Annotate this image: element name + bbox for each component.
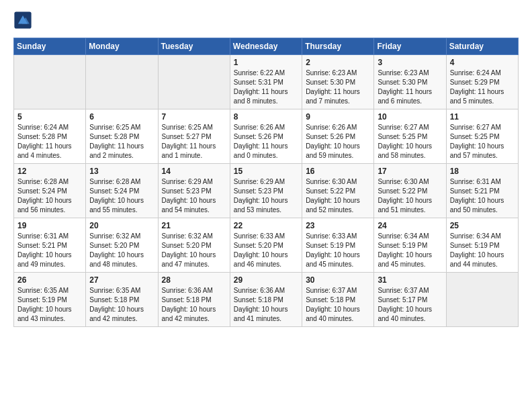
day-info: Sunrise: 6:25 AMSunset: 5:28 PMDaylight:… <box>89 123 154 161</box>
day-info: Sunrise: 6:33 AMSunset: 5:20 PMDaylight:… <box>234 232 298 269</box>
calendar-cell: 10Sunrise: 6:27 AMSunset: 5:25 PMDayligh… <box>374 109 446 164</box>
calendar-week-5: 26Sunrise: 6:35 AMSunset: 5:19 PMDayligh… <box>14 273 519 327</box>
weekday-header-sunday: Sunday <box>14 38 86 55</box>
page-header <box>13 11 519 30</box>
weekday-header-thursday: Thursday <box>302 38 374 55</box>
day-number: 23 <box>306 221 370 230</box>
calendar-cell: 2Sunrise: 6:23 AMSunset: 5:30 PMDaylight… <box>302 55 374 109</box>
calendar-cell: 19Sunrise: 6:31 AMSunset: 5:21 PMDayligh… <box>14 218 86 273</box>
calendar-cell: 1Sunrise: 6:22 AMSunset: 5:31 PMDaylight… <box>230 55 302 109</box>
day-info: Sunrise: 6:32 AMSunset: 5:20 PMDaylight:… <box>89 232 154 269</box>
day-info: Sunrise: 6:33 AMSunset: 5:19 PMDaylight:… <box>306 232 370 269</box>
day-number: 28 <box>162 275 226 285</box>
day-info: Sunrise: 6:31 AMSunset: 5:21 PMDaylight:… <box>17 232 82 269</box>
calendar-cell: 21Sunrise: 6:32 AMSunset: 5:20 PMDayligh… <box>158 218 230 273</box>
day-number: 12 <box>17 167 82 176</box>
day-info: Sunrise: 6:29 AMSunset: 5:23 PMDaylight:… <box>162 177 226 215</box>
day-number: 5 <box>17 112 82 122</box>
calendar-cell: 31Sunrise: 6:37 AMSunset: 5:17 PMDayligh… <box>374 273 446 327</box>
day-info: Sunrise: 6:36 AMSunset: 5:18 PMDaylight:… <box>234 286 298 324</box>
day-number: 15 <box>234 167 298 176</box>
calendar-cell: 17Sunrise: 6:30 AMSunset: 5:22 PMDayligh… <box>374 164 446 218</box>
calendar-week-2: 5Sunrise: 6:24 AMSunset: 5:28 PMDaylight… <box>14 109 519 164</box>
calendar-cell: 22Sunrise: 6:33 AMSunset: 5:20 PMDayligh… <box>230 218 302 273</box>
weekday-header-saturday: Saturday <box>446 38 518 55</box>
day-info: Sunrise: 6:25 AMSunset: 5:27 PMDaylight:… <box>162 123 226 161</box>
day-number: 9 <box>306 112 370 122</box>
day-info: Sunrise: 6:28 AMSunset: 5:24 PMDaylight:… <box>89 177 154 215</box>
calendar-cell: 11Sunrise: 6:27 AMSunset: 5:25 PMDayligh… <box>446 109 518 164</box>
day-info: Sunrise: 6:32 AMSunset: 5:20 PMDaylight:… <box>162 232 226 269</box>
day-number: 24 <box>378 221 442 230</box>
calendar-cell: 8Sunrise: 6:26 AMSunset: 5:26 PMDaylight… <box>230 109 302 164</box>
calendar-cell: 15Sunrise: 6:29 AMSunset: 5:23 PMDayligh… <box>230 164 302 218</box>
logo-icon <box>13 11 32 30</box>
day-number: 20 <box>89 221 154 230</box>
day-info: Sunrise: 6:37 AMSunset: 5:18 PMDaylight:… <box>306 286 370 324</box>
day-info: Sunrise: 6:24 AMSunset: 5:29 PMDaylight:… <box>450 68 515 106</box>
calendar-page: SundayMondayTuesdayWednesdayThursdayFrid… <box>0 0 532 338</box>
day-info: Sunrise: 6:34 AMSunset: 5:19 PMDaylight:… <box>450 232 515 269</box>
day-number: 31 <box>378 275 442 285</box>
calendar-cell <box>14 55 86 109</box>
day-number: 6 <box>89 112 154 122</box>
calendar-cell: 12Sunrise: 6:28 AMSunset: 5:24 PMDayligh… <box>14 164 86 218</box>
day-number: 8 <box>234 112 298 122</box>
day-info: Sunrise: 6:31 AMSunset: 5:21 PMDaylight:… <box>450 177 515 215</box>
weekday-header-tuesday: Tuesday <box>158 38 230 55</box>
day-info: Sunrise: 6:35 AMSunset: 5:19 PMDaylight:… <box>17 286 82 324</box>
calendar-cell: 30Sunrise: 6:37 AMSunset: 5:18 PMDayligh… <box>302 273 374 327</box>
day-number: 4 <box>450 58 515 67</box>
day-number: 18 <box>450 167 515 176</box>
day-number: 16 <box>306 167 370 176</box>
day-info: Sunrise: 6:22 AMSunset: 5:31 PMDaylight:… <box>234 68 298 106</box>
calendar-week-3: 12Sunrise: 6:28 AMSunset: 5:24 PMDayligh… <box>14 164 519 218</box>
day-number: 27 <box>89 275 154 285</box>
calendar-cell: 9Sunrise: 6:26 AMSunset: 5:26 PMDaylight… <box>302 109 374 164</box>
logo <box>13 11 34 30</box>
calendar-cell: 18Sunrise: 6:31 AMSunset: 5:21 PMDayligh… <box>446 164 518 218</box>
calendar-cell: 14Sunrise: 6:29 AMSunset: 5:23 PMDayligh… <box>158 164 230 218</box>
day-info: Sunrise: 6:35 AMSunset: 5:18 PMDaylight:… <box>89 286 154 324</box>
calendar-cell: 26Sunrise: 6:35 AMSunset: 5:19 PMDayligh… <box>14 273 86 327</box>
calendar-cell: 5Sunrise: 6:24 AMSunset: 5:28 PMDaylight… <box>14 109 86 164</box>
calendar-cell: 16Sunrise: 6:30 AMSunset: 5:22 PMDayligh… <box>302 164 374 218</box>
calendar-cell: 28Sunrise: 6:36 AMSunset: 5:18 PMDayligh… <box>158 273 230 327</box>
day-number: 25 <box>450 221 515 230</box>
calendar-cell: 27Sunrise: 6:35 AMSunset: 5:18 PMDayligh… <box>86 273 158 327</box>
day-info: Sunrise: 6:27 AMSunset: 5:25 PMDaylight:… <box>450 123 515 161</box>
day-number: 13 <box>89 167 154 176</box>
calendar-cell <box>158 55 230 109</box>
calendar-table: SundayMondayTuesdayWednesdayThursdayFrid… <box>13 38 519 327</box>
day-info: Sunrise: 6:34 AMSunset: 5:19 PMDaylight:… <box>378 232 442 269</box>
weekday-header-friday: Friday <box>374 38 446 55</box>
calendar-week-1: 1Sunrise: 6:22 AMSunset: 5:31 PMDaylight… <box>14 55 519 109</box>
day-info: Sunrise: 6:26 AMSunset: 5:26 PMDaylight:… <box>306 123 370 161</box>
day-info: Sunrise: 6:37 AMSunset: 5:17 PMDaylight:… <box>378 286 442 324</box>
day-number: 14 <box>162 167 226 176</box>
calendar-cell <box>446 273 518 327</box>
day-number: 10 <box>378 112 442 122</box>
day-info: Sunrise: 6:28 AMSunset: 5:24 PMDaylight:… <box>17 177 82 215</box>
day-number: 30 <box>306 275 370 285</box>
weekday-header-monday: Monday <box>86 38 158 55</box>
weekday-header-wednesday: Wednesday <box>230 38 302 55</box>
day-number: 3 <box>378 58 442 67</box>
day-info: Sunrise: 6:30 AMSunset: 5:22 PMDaylight:… <box>306 177 370 215</box>
day-info: Sunrise: 6:26 AMSunset: 5:26 PMDaylight:… <box>234 123 298 161</box>
calendar-body: 1Sunrise: 6:22 AMSunset: 5:31 PMDaylight… <box>14 55 519 327</box>
calendar-cell: 3Sunrise: 6:23 AMSunset: 5:30 PMDaylight… <box>374 55 446 109</box>
weekday-header-row: SundayMondayTuesdayWednesdayThursdayFrid… <box>14 38 519 55</box>
day-number: 21 <box>162 221 226 230</box>
calendar-cell: 20Sunrise: 6:32 AMSunset: 5:20 PMDayligh… <box>86 218 158 273</box>
day-info: Sunrise: 6:23 AMSunset: 5:30 PMDaylight:… <box>378 68 442 106</box>
calendar-cell: 7Sunrise: 6:25 AMSunset: 5:27 PMDaylight… <box>158 109 230 164</box>
calendar-cell: 25Sunrise: 6:34 AMSunset: 5:19 PMDayligh… <box>446 218 518 273</box>
day-number: 2 <box>306 58 370 67</box>
day-info: Sunrise: 6:24 AMSunset: 5:28 PMDaylight:… <box>17 123 82 161</box>
day-number: 26 <box>17 275 82 285</box>
day-number: 17 <box>378 167 442 176</box>
calendar-cell: 4Sunrise: 6:24 AMSunset: 5:29 PMDaylight… <box>446 55 518 109</box>
day-number: 29 <box>234 275 298 285</box>
calendar-header: SundayMondayTuesdayWednesdayThursdayFrid… <box>14 38 519 55</box>
